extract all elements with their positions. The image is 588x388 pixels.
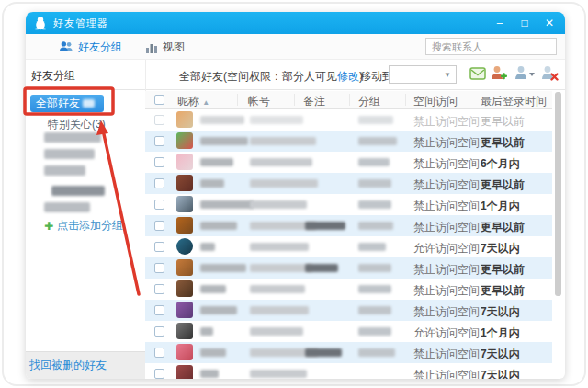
column-header-account[interactable]: 帐号 <box>248 94 270 109</box>
table-row[interactable]: 禁止访问空间 6个月内 <box>145 152 552 173</box>
avatar <box>176 132 193 149</box>
group-redacted <box>358 179 391 188</box>
table-row[interactable]: 禁止访问空间 更早以前 <box>145 131 552 152</box>
account-redacted <box>250 158 312 166</box>
sidebar-group-redacted[interactable] <box>44 149 95 159</box>
add-friend-icon[interactable] <box>490 64 508 83</box>
maximize-button[interactable]: □ <box>518 15 531 31</box>
last-login-text: 更早以前 <box>481 114 525 130</box>
group-redacted <box>358 285 391 293</box>
header-separator <box>405 94 406 106</box>
table-row[interactable]: 禁止访问空间 更早以前 <box>145 109 552 131</box>
sidebar-group-redacted[interactable] <box>44 202 90 212</box>
recover-deleted-friends-link[interactable]: 找回被删的好友 <box>29 358 107 373</box>
row-checkbox[interactable] <box>154 178 164 188</box>
vertical-scrollbar-thumb[interactable] <box>555 92 561 296</box>
table-row[interactable]: 禁止访问空间 7天以内 <box>145 342 552 363</box>
row-checkbox[interactable] <box>154 348 164 358</box>
row-checkbox[interactable] <box>154 115 164 125</box>
group-redacted <box>358 200 391 209</box>
nickname-redacted <box>200 200 254 209</box>
space-access-text: 禁止访问空间 <box>413 135 480 151</box>
tab-view[interactable]: 视图 <box>145 39 185 55</box>
last-login-text: 1个月内 <box>481 199 520 214</box>
space-access-text: 禁止访问空间 <box>413 199 480 214</box>
table-row[interactable]: 禁止访问空间 更早以前 <box>145 173 552 194</box>
account-redacted <box>250 200 307 209</box>
sidebar-item-special-care[interactable]: 特别关心(3) <box>48 117 106 132</box>
account-redacted <box>250 264 312 272</box>
green-plus-icon: ✚ <box>44 220 53 233</box>
minimize-button[interactable]: – <box>493 15 506 31</box>
row-checkbox[interactable] <box>154 326 164 337</box>
chevron-down-icon: ▼ <box>444 71 451 79</box>
row-checkbox[interactable] <box>154 242 164 252</box>
avatar <box>176 365 193 379</box>
select-all-checkbox[interactable] <box>154 95 164 105</box>
row-checkbox[interactable] <box>154 305 164 315</box>
space-access-text: 允许访问空间 <box>413 241 480 257</box>
screenshot-canvas: 好友管理器 – □ ✕ 好友分组 <box>0 0 588 388</box>
avatar <box>176 154 193 170</box>
group-redacted <box>358 348 395 357</box>
sidebar-group-redacted[interactable] <box>44 165 85 176</box>
sidebar-header: 好友分组 <box>31 68 75 84</box>
row-checkbox[interactable] <box>154 200 164 210</box>
add-group-button[interactable]: ✚ 点击添加分组 <box>44 218 123 234</box>
account-redacted <box>250 370 307 378</box>
remark-redacted <box>305 264 338 272</box>
row-checkbox[interactable] <box>154 263 164 273</box>
avatar <box>176 111 193 128</box>
titlebar[interactable]: 好友管理器 – □ ✕ <box>26 12 565 34</box>
delete-friend-icon[interactable] <box>540 64 559 83</box>
space-access-text: 禁止访问空间 <box>413 220 480 235</box>
sidebar-item-all-friends[interactable]: 全部好友 <box>30 95 104 112</box>
sidebar-group-redacted[interactable] <box>51 186 105 196</box>
message-icon[interactable] <box>469 64 487 83</box>
remark-redacted <box>305 348 342 357</box>
group-redacted <box>358 264 391 272</box>
table-row[interactable]: 禁止访问空间 更早以前 <box>145 279 552 300</box>
avatar <box>176 175 193 191</box>
header-separator <box>237 94 238 106</box>
tab-view-label: 视图 <box>163 40 185 55</box>
avatar <box>176 302 193 318</box>
avatar <box>176 196 193 212</box>
avatar <box>176 259 193 276</box>
table-row[interactable]: 禁止访问空间 更早以前 <box>145 215 552 236</box>
last-login-text: 7天以内 <box>481 304 520 320</box>
search-input[interactable] <box>425 38 557 55</box>
row-checkbox[interactable] <box>154 136 164 146</box>
table-row[interactable]: 允许访问空间 1个月内 <box>145 321 552 342</box>
nickname-redacted <box>200 137 248 145</box>
row-checkbox[interactable] <box>154 221 164 231</box>
friend-settings-icon[interactable] <box>514 64 537 83</box>
table-row[interactable]: 允许访问空间 7天以内 <box>145 236 552 257</box>
space-access-text: 禁止访问空间 <box>413 304 480 320</box>
close-button[interactable]: ✕ <box>543 15 556 31</box>
column-header-group[interactable]: 分组 <box>358 94 380 109</box>
row-checkbox[interactable] <box>154 284 164 294</box>
table-row[interactable]: 禁止访问空间 7天以内 <box>145 363 552 379</box>
column-header-nickname[interactable]: 昵称 ▲ <box>177 94 209 109</box>
tab-friend-groups[interactable]: 好友分组 <box>59 39 122 55</box>
last-login-text: 7天以内 <box>481 347 520 362</box>
last-login-text: 7天以内 <box>481 241 520 257</box>
header-separator <box>294 94 295 106</box>
table-row[interactable]: 禁止访问空间 1个月内 <box>145 194 552 215</box>
sidebar-group-redacted[interactable] <box>44 132 101 143</box>
last-login-text: 更早以前 <box>481 135 525 151</box>
move-to-dropdown[interactable]: ▼ <box>389 65 457 84</box>
tab-friend-groups-label: 好友分组 <box>78 40 122 55</box>
last-login-text: 7天以内 <box>481 368 520 379</box>
table-row[interactable]: 禁止访问空间 7天以内 <box>145 300 552 321</box>
table-row[interactable]: 禁止访问空间 更早以前 <box>145 257 552 279</box>
modify-link[interactable]: 修改 <box>337 70 359 83</box>
account-redacted <box>250 243 309 251</box>
column-header-space-access[interactable]: 空间访问 <box>413 94 458 109</box>
column-header-remark[interactable]: 备注 <box>303 94 325 109</box>
row-checkbox[interactable] <box>154 369 164 379</box>
friend-manager-window: 好友管理器 – □ ✕ 好友分组 <box>26 12 565 379</box>
row-checkbox[interactable] <box>154 157 164 167</box>
column-header-last-login[interactable]: 最后登录时间 <box>481 94 547 109</box>
